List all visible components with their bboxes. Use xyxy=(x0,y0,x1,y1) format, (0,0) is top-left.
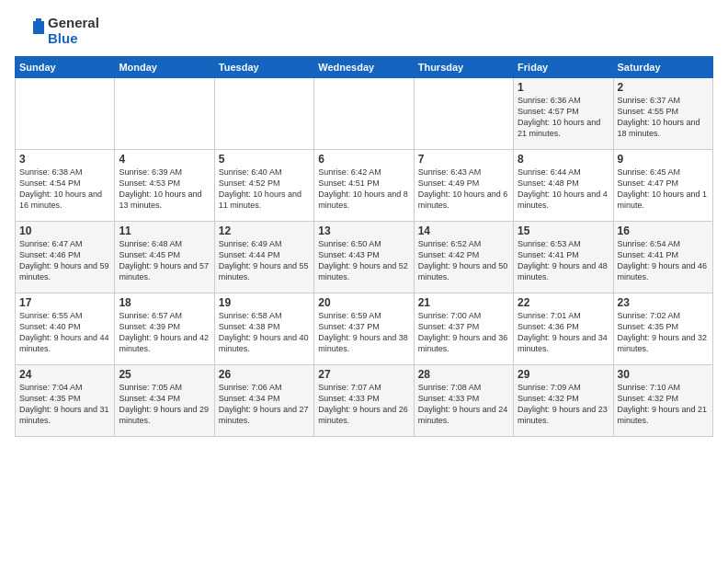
day-info: Sunrise: 6:55 AM Sunset: 4:40 PM Dayligh… xyxy=(19,310,110,355)
calendar-cell: 26Sunrise: 7:06 AM Sunset: 4:34 PM Dayli… xyxy=(214,364,313,436)
calendar-cell: 28Sunrise: 7:08 AM Sunset: 4:33 PM Dayli… xyxy=(414,364,513,436)
day-info: Sunrise: 7:09 AM Sunset: 4:32 PM Dayligh… xyxy=(518,382,609,427)
main-container: GeneralBlue SundayMondayTuesdayWednesday… xyxy=(0,0,728,444)
calendar-cell: 19Sunrise: 6:58 AM Sunset: 4:38 PM Dayli… xyxy=(214,293,313,364)
calendar-cell: 11Sunrise: 6:48 AM Sunset: 4:45 PM Dayli… xyxy=(115,221,214,293)
calendar-cell: 12Sunrise: 6:49 AM Sunset: 4:44 PM Dayli… xyxy=(214,221,313,293)
calendar-cell: 9Sunrise: 6:45 AM Sunset: 4:47 PM Daylig… xyxy=(613,149,712,221)
calendar-cell: 10Sunrise: 6:47 AM Sunset: 4:46 PM Dayli… xyxy=(16,221,115,293)
weekday-header-monday: Monday xyxy=(115,56,214,77)
day-info: Sunrise: 6:52 AM Sunset: 4:42 PM Dayligh… xyxy=(418,238,509,283)
day-info: Sunrise: 6:40 AM Sunset: 4:52 PM Dayligh… xyxy=(219,167,310,212)
calendar-cell: 29Sunrise: 7:09 AM Sunset: 4:32 PM Dayli… xyxy=(514,364,613,436)
day-number: 23 xyxy=(618,296,709,309)
header: GeneralBlue xyxy=(15,15,713,47)
day-number: 27 xyxy=(318,368,409,381)
calendar-cell xyxy=(414,77,513,149)
weekday-header-thursday: Thursday xyxy=(414,56,513,77)
calendar-cell: 3Sunrise: 6:38 AM Sunset: 4:54 PM Daylig… xyxy=(16,149,115,221)
day-info: Sunrise: 6:49 AM Sunset: 4:44 PM Dayligh… xyxy=(219,238,310,283)
calendar-cell xyxy=(214,77,313,149)
weekday-header-tuesday: Tuesday xyxy=(214,56,313,77)
svg-marker-0 xyxy=(33,21,44,34)
calendar-cell: 4Sunrise: 6:39 AM Sunset: 4:53 PM Daylig… xyxy=(115,149,214,221)
day-info: Sunrise: 6:59 AM Sunset: 4:37 PM Dayligh… xyxy=(318,310,409,355)
day-number: 2 xyxy=(618,81,709,94)
day-info: Sunrise: 6:47 AM Sunset: 4:46 PM Dayligh… xyxy=(19,238,110,283)
day-number: 30 xyxy=(618,368,709,381)
day-number: 22 xyxy=(518,296,609,309)
day-number: 15 xyxy=(518,224,609,237)
day-number: 20 xyxy=(318,296,409,309)
day-info: Sunrise: 7:02 AM Sunset: 4:35 PM Dayligh… xyxy=(618,310,709,355)
calendar-week-2: 3Sunrise: 6:38 AM Sunset: 4:54 PM Daylig… xyxy=(16,149,713,221)
day-number: 3 xyxy=(19,153,110,166)
calendar-cell xyxy=(314,77,414,149)
day-number: 28 xyxy=(418,368,509,381)
calendar-cell: 13Sunrise: 6:50 AM Sunset: 4:43 PM Dayli… xyxy=(314,221,414,293)
day-info: Sunrise: 6:43 AM Sunset: 4:49 PM Dayligh… xyxy=(418,167,509,212)
calendar-week-5: 24Sunrise: 7:04 AM Sunset: 4:35 PM Dayli… xyxy=(16,364,713,436)
calendar-cell: 1Sunrise: 6:36 AM Sunset: 4:57 PM Daylig… xyxy=(514,77,613,149)
calendar-cell: 22Sunrise: 7:01 AM Sunset: 4:36 PM Dayli… xyxy=(514,293,613,364)
day-number: 21 xyxy=(418,296,509,309)
day-number: 19 xyxy=(219,296,310,309)
weekday-header-sunday: Sunday xyxy=(16,56,115,77)
calendar-cell: 5Sunrise: 6:40 AM Sunset: 4:52 PM Daylig… xyxy=(214,149,313,221)
day-number: 14 xyxy=(418,224,509,237)
calendar-table: SundayMondayTuesdayWednesdayThursdayFrid… xyxy=(15,56,713,437)
day-info: Sunrise: 7:04 AM Sunset: 4:35 PM Dayligh… xyxy=(19,382,110,427)
day-number: 29 xyxy=(518,368,609,381)
day-info: Sunrise: 6:53 AM Sunset: 4:41 PM Dayligh… xyxy=(518,238,609,283)
calendar-cell: 23Sunrise: 7:02 AM Sunset: 4:35 PM Dayli… xyxy=(613,293,712,364)
weekday-header-wednesday: Wednesday xyxy=(314,56,414,77)
calendar-cell: 17Sunrise: 6:55 AM Sunset: 4:40 PM Dayli… xyxy=(16,293,115,364)
calendar-cell: 7Sunrise: 6:43 AM Sunset: 4:49 PM Daylig… xyxy=(414,149,513,221)
day-info: Sunrise: 6:45 AM Sunset: 4:47 PM Dayligh… xyxy=(618,167,709,212)
day-info: Sunrise: 6:39 AM Sunset: 4:53 PM Dayligh… xyxy=(119,167,210,212)
svg-marker-1 xyxy=(36,18,41,23)
day-info: Sunrise: 6:38 AM Sunset: 4:54 PM Dayligh… xyxy=(19,167,110,212)
day-number: 4 xyxy=(119,153,210,166)
day-info: Sunrise: 6:44 AM Sunset: 4:48 PM Dayligh… xyxy=(518,167,609,212)
calendar-cell: 30Sunrise: 7:10 AM Sunset: 4:32 PM Dayli… xyxy=(613,364,712,436)
calendar-week-4: 17Sunrise: 6:55 AM Sunset: 4:40 PM Dayli… xyxy=(16,293,713,364)
day-number: 16 xyxy=(618,224,709,237)
day-info: Sunrise: 7:10 AM Sunset: 4:32 PM Dayligh… xyxy=(618,382,709,427)
logo-svg xyxy=(15,16,44,45)
day-info: Sunrise: 7:00 AM Sunset: 4:37 PM Dayligh… xyxy=(418,310,509,355)
day-info: Sunrise: 6:48 AM Sunset: 4:45 PM Dayligh… xyxy=(119,238,210,283)
day-number: 18 xyxy=(119,296,210,309)
day-number: 7 xyxy=(418,153,509,166)
day-info: Sunrise: 7:05 AM Sunset: 4:34 PM Dayligh… xyxy=(119,382,210,427)
day-info: Sunrise: 7:01 AM Sunset: 4:36 PM Dayligh… xyxy=(518,310,609,355)
calendar-cell: 14Sunrise: 6:52 AM Sunset: 4:42 PM Dayli… xyxy=(414,221,513,293)
day-info: Sunrise: 6:37 AM Sunset: 4:55 PM Dayligh… xyxy=(618,95,709,140)
day-number: 25 xyxy=(119,368,210,381)
calendar-cell: 6Sunrise: 6:42 AM Sunset: 4:51 PM Daylig… xyxy=(314,149,414,221)
calendar-header: SundayMondayTuesdayWednesdayThursdayFrid… xyxy=(16,56,713,77)
calendar-cell xyxy=(16,77,115,149)
weekday-header-saturday: Saturday xyxy=(613,56,712,77)
logo: GeneralBlue xyxy=(15,15,99,47)
calendar-body: 1Sunrise: 6:36 AM Sunset: 4:57 PM Daylig… xyxy=(16,77,713,436)
calendar-cell: 16Sunrise: 6:54 AM Sunset: 4:41 PM Dayli… xyxy=(613,221,712,293)
day-info: Sunrise: 6:36 AM Sunset: 4:57 PM Dayligh… xyxy=(518,95,609,140)
day-number: 9 xyxy=(618,153,709,166)
day-info: Sunrise: 6:58 AM Sunset: 4:38 PM Dayligh… xyxy=(219,310,310,355)
calendar-cell: 2Sunrise: 6:37 AM Sunset: 4:55 PM Daylig… xyxy=(613,77,712,149)
calendar-week-3: 10Sunrise: 6:47 AM Sunset: 4:46 PM Dayli… xyxy=(16,221,713,293)
day-info: Sunrise: 6:42 AM Sunset: 4:51 PM Dayligh… xyxy=(318,167,409,212)
day-number: 1 xyxy=(518,81,609,94)
weekday-header-friday: Friday xyxy=(514,56,613,77)
day-info: Sunrise: 6:50 AM Sunset: 4:43 PM Dayligh… xyxy=(318,238,409,283)
calendar-week-1: 1Sunrise: 6:36 AM Sunset: 4:57 PM Daylig… xyxy=(16,77,713,149)
day-number: 26 xyxy=(219,368,310,381)
day-info: Sunrise: 7:07 AM Sunset: 4:33 PM Dayligh… xyxy=(318,382,409,427)
day-info: Sunrise: 6:54 AM Sunset: 4:41 PM Dayligh… xyxy=(618,238,709,283)
day-number: 13 xyxy=(318,224,409,237)
calendar-cell: 21Sunrise: 7:00 AM Sunset: 4:37 PM Dayli… xyxy=(414,293,513,364)
day-number: 12 xyxy=(219,224,310,237)
day-info: Sunrise: 6:57 AM Sunset: 4:39 PM Dayligh… xyxy=(119,310,210,355)
day-number: 11 xyxy=(119,224,210,237)
